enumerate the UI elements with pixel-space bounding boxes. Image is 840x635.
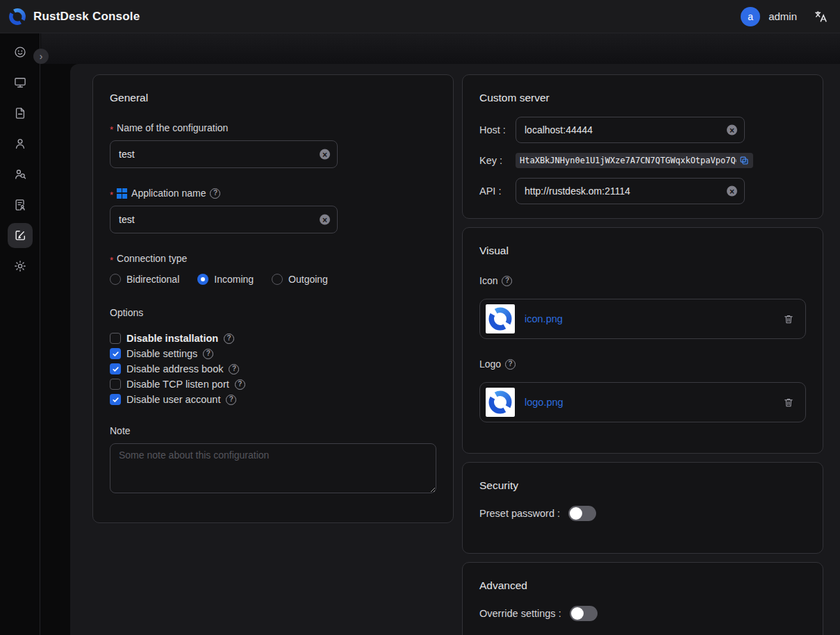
advanced-card: Advanced Override settings : Default set… bbox=[462, 562, 823, 635]
key-value-pill: HtaXBkJNHyn0e1U1jWXze7A7CN7QTGWqxkOtpaVp… bbox=[516, 153, 753, 168]
sidebar-item-audit[interactable] bbox=[8, 192, 33, 217]
windows-icon bbox=[117, 188, 127, 199]
name-input-wrap bbox=[110, 140, 338, 168]
preset-password-row: Preset password : bbox=[479, 506, 806, 521]
checkbox-box[interactable] bbox=[110, 333, 121, 344]
radio-bidirectional[interactable]: Bidirectional bbox=[110, 274, 179, 285]
custom-server-title: Custom server bbox=[479, 92, 806, 104]
checkbox-label: Disable user account bbox=[126, 394, 220, 405]
radio-circle-checked[interactable] bbox=[197, 274, 208, 285]
radio-circle[interactable] bbox=[272, 274, 283, 285]
help-icon[interactable] bbox=[229, 364, 239, 374]
note-textarea[interactable] bbox=[110, 443, 436, 493]
rustdesk-console-screen: RustDesk Console a admin bbox=[0, 0, 840, 635]
translate-icon[interactable] bbox=[814, 10, 827, 24]
checkbox-label: Disable address book bbox=[126, 363, 223, 374]
checkbox-disable-user-account[interactable]: Disable user account bbox=[110, 392, 436, 407]
help-icon[interactable] bbox=[224, 333, 234, 344]
radio-incoming[interactable]: Incoming bbox=[197, 274, 254, 285]
general-title: General bbox=[110, 92, 436, 104]
username[interactable]: admin bbox=[768, 10, 797, 22]
key-value: HtaXBkJNHyn0e1U1jWXze7A7CN7QTGWqxkOtpaVp… bbox=[520, 156, 736, 165]
check-icon bbox=[112, 365, 120, 373]
main-panel: General * Name of the configuration * Ap… bbox=[70, 64, 840, 635]
host-input[interactable] bbox=[516, 117, 745, 143]
sidebar-item-users[interactable] bbox=[8, 131, 33, 156]
edit-icon bbox=[13, 229, 27, 242]
checkbox-box[interactable] bbox=[110, 379, 121, 390]
logo-label-row: Logo bbox=[479, 358, 806, 370]
help-icon[interactable] bbox=[226, 395, 236, 405]
sidebar-item-devices[interactable] bbox=[8, 70, 33, 95]
clear-icon[interactable] bbox=[727, 186, 737, 197]
options-checkboxes: Disable installation Disable settings bbox=[110, 331, 436, 407]
help-icon[interactable] bbox=[235, 379, 245, 390]
override-settings-row: Override settings : bbox=[479, 606, 806, 621]
checkbox-disable-settings[interactable]: Disable settings bbox=[110, 346, 436, 361]
logo-file-row: logo.png bbox=[479, 382, 806, 422]
sidebar-item-user-search[interactable] bbox=[8, 162, 33, 187]
delete-icon[interactable] bbox=[783, 397, 794, 408]
app-name-label-row: * Application name bbox=[110, 188, 436, 199]
toggle-knob bbox=[571, 607, 584, 620]
sidebar bbox=[0, 33, 40, 635]
clear-icon[interactable] bbox=[320, 215, 330, 225]
sidebar-item-dashboard[interactable] bbox=[8, 40, 33, 65]
connection-type-label-row: * Connection type bbox=[110, 253, 436, 264]
sidebar-item-settings[interactable] bbox=[8, 254, 33, 279]
check-icon bbox=[112, 350, 120, 358]
smiley-icon bbox=[13, 45, 27, 59]
radio-label: Bidirectional bbox=[126, 274, 179, 285]
user-avatar[interactable]: a bbox=[741, 7, 760, 26]
sidebar-expand-button[interactable] bbox=[33, 49, 49, 64]
checkbox-disable-tcp-listen-port[interactable]: Disable TCP listen port bbox=[110, 377, 436, 392]
help-icon[interactable] bbox=[502, 276, 512, 286]
api-input[interactable] bbox=[516, 178, 745, 204]
checkbox-box-checked[interactable] bbox=[110, 348, 121, 359]
delete-icon[interactable] bbox=[783, 313, 794, 324]
app-title: RustDesk Console bbox=[33, 10, 140, 24]
icon-file-name[interactable]: icon.png bbox=[525, 313, 563, 324]
clear-icon[interactable] bbox=[320, 149, 330, 160]
clear-icon[interactable] bbox=[727, 125, 737, 135]
app-name-input[interactable] bbox=[110, 206, 338, 233]
advanced-title: Advanced bbox=[479, 579, 806, 592]
help-icon[interactable] bbox=[210, 188, 220, 199]
name-input[interactable] bbox=[110, 140, 338, 168]
connection-type-label: Connection type bbox=[117, 253, 187, 264]
radio-outgoing[interactable]: Outgoing bbox=[272, 274, 328, 285]
options-label: Options bbox=[110, 307, 436, 318]
sidebar-item-documents[interactable] bbox=[8, 101, 33, 126]
toolbar-band bbox=[41, 33, 840, 64]
sidebar-item-configurations[interactable] bbox=[8, 223, 33, 248]
logo-file-name[interactable]: logo.png bbox=[525, 397, 563, 408]
header-right: a admin bbox=[741, 7, 827, 26]
checkbox-label: Disable installation bbox=[126, 333, 218, 344]
icon-thumbnail bbox=[486, 304, 515, 333]
visual-title: Visual bbox=[479, 245, 806, 257]
override-settings-toggle[interactable] bbox=[570, 606, 598, 621]
api-label: API : bbox=[479, 185, 516, 197]
help-icon[interactable] bbox=[203, 349, 213, 359]
radio-circle[interactable] bbox=[110, 274, 121, 285]
help-icon[interactable] bbox=[505, 359, 516, 370]
name-label-row: * Name of the configuration bbox=[110, 122, 436, 133]
monitor-icon bbox=[13, 76, 27, 90]
custom-server-card: Custom server Host : Key : HtaXBkJNHyn0e… bbox=[462, 74, 823, 219]
rustdesk-logo-thumb bbox=[488, 390, 513, 415]
api-input-wrap bbox=[516, 178, 745, 204]
preset-password-toggle[interactable] bbox=[568, 506, 596, 521]
brand: RustDesk Console bbox=[8, 8, 140, 26]
checkbox-box-checked[interactable] bbox=[110, 363, 121, 374]
key-label: Key : bbox=[479, 155, 516, 166]
logo-label: Logo bbox=[479, 358, 501, 370]
checkbox-disable-installation[interactable]: Disable installation bbox=[110, 331, 436, 346]
checkbox-disable-address-book[interactable]: Disable address book bbox=[110, 361, 436, 377]
copy-icon[interactable] bbox=[739, 156, 749, 165]
api-row: API : bbox=[479, 178, 806, 204]
required-asterisk: * bbox=[110, 255, 113, 265]
top-header: RustDesk Console a admin bbox=[0, 0, 840, 33]
note-label: Note bbox=[110, 425, 436, 436]
checkbox-box-checked[interactable] bbox=[110, 394, 121, 405]
security-title: Security bbox=[479, 479, 806, 492]
